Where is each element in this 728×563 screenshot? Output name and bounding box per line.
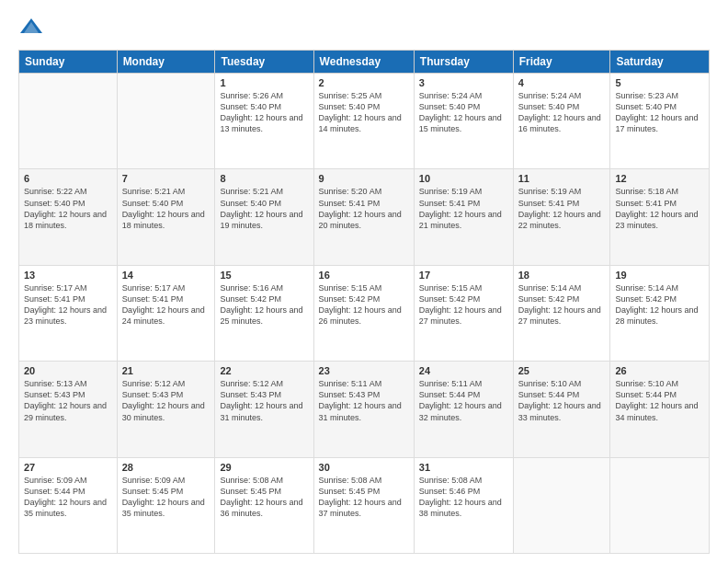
day-info: Sunrise: 5:18 AMSunset: 5:41 PMDaylight:… <box>615 186 704 231</box>
calendar-week-row: 27Sunrise: 5:09 AMSunset: 5:44 PMDayligh… <box>19 457 710 553</box>
calendar-cell: 1Sunrise: 5:26 AMSunset: 5:40 PMDaylight… <box>215 74 313 169</box>
calendar-cell <box>117 74 215 169</box>
day-info: Sunrise: 5:15 AMSunset: 5:42 PMDaylight:… <box>319 282 409 327</box>
day-info: Sunrise: 5:25 AMSunset: 5:40 PMDaylight:… <box>319 90 409 135</box>
weekday-header-monday: Monday <box>117 51 215 74</box>
calendar-cell <box>19 74 118 169</box>
day-number: 3 <box>419 77 508 88</box>
calendar-cell: 9Sunrise: 5:20 AMSunset: 5:41 PMDaylight… <box>313 169 414 265</box>
day-number: 1 <box>220 77 308 88</box>
day-number: 12 <box>615 173 704 184</box>
day-number: 17 <box>419 270 508 281</box>
calendar-cell: 21Sunrise: 5:12 AMSunset: 5:43 PMDayligh… <box>117 362 215 457</box>
calendar-cell: 2Sunrise: 5:25 AMSunset: 5:40 PMDaylight… <box>313 74 414 169</box>
day-info: Sunrise: 5:21 AMSunset: 5:40 PMDaylight:… <box>220 186 308 231</box>
calendar-cell: 18Sunrise: 5:14 AMSunset: 5:42 PMDayligh… <box>513 265 610 361</box>
day-number: 6 <box>24 173 112 184</box>
logo-icon <box>18 15 44 40</box>
calendar-table: SundayMondayTuesdayWednesdayThursdayFrid… <box>18 50 710 554</box>
day-info: Sunrise: 5:23 AMSunset: 5:40 PMDaylight:… <box>615 90 704 135</box>
day-info: Sunrise: 5:15 AMSunset: 5:42 PMDaylight:… <box>419 282 508 327</box>
calendar-week-row: 13Sunrise: 5:17 AMSunset: 5:41 PMDayligh… <box>19 265 710 361</box>
day-info: Sunrise: 5:22 AMSunset: 5:40 PMDaylight:… <box>24 186 112 231</box>
day-info: Sunrise: 5:13 AMSunset: 5:43 PMDaylight:… <box>24 378 112 423</box>
day-info: Sunrise: 5:12 AMSunset: 5:43 PMDaylight:… <box>122 378 210 423</box>
calendar-cell: 31Sunrise: 5:08 AMSunset: 5:46 PMDayligh… <box>414 457 513 553</box>
day-number: 29 <box>220 462 308 473</box>
day-info: Sunrise: 5:19 AMSunset: 5:41 PMDaylight:… <box>419 186 508 231</box>
weekday-header-sunday: Sunday <box>19 51 118 74</box>
day-number: 18 <box>518 270 606 281</box>
day-number: 15 <box>220 270 308 281</box>
calendar-week-row: 20Sunrise: 5:13 AMSunset: 5:43 PMDayligh… <box>19 362 710 457</box>
calendar-week-row: 6Sunrise: 5:22 AMSunset: 5:40 PMDaylight… <box>19 169 710 265</box>
day-number: 4 <box>518 77 606 88</box>
calendar-cell: 23Sunrise: 5:11 AMSunset: 5:43 PMDayligh… <box>313 362 414 457</box>
day-number: 22 <box>220 365 308 376</box>
page: SundayMondayTuesdayWednesdayThursdayFrid… <box>0 0 728 563</box>
day-info: Sunrise: 5:10 AMSunset: 5:44 PMDaylight:… <box>518 378 606 423</box>
day-info: Sunrise: 5:14 AMSunset: 5:42 PMDaylight:… <box>518 282 606 327</box>
day-number: 26 <box>615 365 704 376</box>
day-number: 13 <box>24 270 112 281</box>
calendar-cell: 10Sunrise: 5:19 AMSunset: 5:41 PMDayligh… <box>414 169 513 265</box>
day-number: 5 <box>615 77 704 88</box>
calendar-cell: 12Sunrise: 5:18 AMSunset: 5:41 PMDayligh… <box>610 169 710 265</box>
day-info: Sunrise: 5:09 AMSunset: 5:44 PMDaylight:… <box>24 475 112 520</box>
day-info: Sunrise: 5:17 AMSunset: 5:41 PMDaylight:… <box>122 282 210 327</box>
calendar-cell: 25Sunrise: 5:10 AMSunset: 5:44 PMDayligh… <box>513 362 610 457</box>
day-number: 31 <box>419 462 508 473</box>
weekday-header-thursday: Thursday <box>414 51 513 74</box>
calendar-cell: 24Sunrise: 5:11 AMSunset: 5:44 PMDayligh… <box>414 362 513 457</box>
day-info: Sunrise: 5:09 AMSunset: 5:45 PMDaylight:… <box>122 475 210 520</box>
day-info: Sunrise: 5:11 AMSunset: 5:43 PMDaylight:… <box>319 378 409 423</box>
day-number: 2 <box>319 77 409 88</box>
calendar-cell: 8Sunrise: 5:21 AMSunset: 5:40 PMDaylight… <box>215 169 313 265</box>
calendar-cell: 7Sunrise: 5:21 AMSunset: 5:40 PMDaylight… <box>117 169 215 265</box>
day-number: 21 <box>122 365 210 376</box>
day-number: 14 <box>122 270 210 281</box>
day-number: 7 <box>122 173 210 184</box>
day-number: 11 <box>518 173 606 184</box>
calendar-cell: 27Sunrise: 5:09 AMSunset: 5:44 PMDayligh… <box>19 457 118 553</box>
weekday-header-friday: Friday <box>513 51 610 74</box>
day-info: Sunrise: 5:14 AMSunset: 5:42 PMDaylight:… <box>615 282 704 327</box>
calendar-cell: 28Sunrise: 5:09 AMSunset: 5:45 PMDayligh… <box>117 457 215 553</box>
day-number: 24 <box>419 365 508 376</box>
day-info: Sunrise: 5:26 AMSunset: 5:40 PMDaylight:… <box>220 90 308 135</box>
day-number: 9 <box>319 173 409 184</box>
calendar-cell <box>610 457 710 553</box>
day-info: Sunrise: 5:20 AMSunset: 5:41 PMDaylight:… <box>319 186 409 231</box>
day-info: Sunrise: 5:24 AMSunset: 5:40 PMDaylight:… <box>518 90 606 135</box>
day-number: 23 <box>319 365 409 376</box>
calendar-cell: 6Sunrise: 5:22 AMSunset: 5:40 PMDaylight… <box>19 169 118 265</box>
day-info: Sunrise: 5:08 AMSunset: 5:46 PMDaylight:… <box>419 475 508 520</box>
calendar-cell: 30Sunrise: 5:08 AMSunset: 5:45 PMDayligh… <box>313 457 414 553</box>
day-info: Sunrise: 5:16 AMSunset: 5:42 PMDaylight:… <box>220 282 308 327</box>
day-info: Sunrise: 5:10 AMSunset: 5:44 PMDaylight:… <box>615 378 704 423</box>
calendar-week-row: 1Sunrise: 5:26 AMSunset: 5:40 PMDaylight… <box>19 74 710 169</box>
calendar-cell: 17Sunrise: 5:15 AMSunset: 5:42 PMDayligh… <box>414 265 513 361</box>
day-number: 8 <box>220 173 308 184</box>
day-info: Sunrise: 5:24 AMSunset: 5:40 PMDaylight:… <box>419 90 508 135</box>
day-info: Sunrise: 5:19 AMSunset: 5:41 PMDaylight:… <box>518 186 606 231</box>
calendar-cell: 14Sunrise: 5:17 AMSunset: 5:41 PMDayligh… <box>117 265 215 361</box>
day-number: 27 <box>24 462 112 473</box>
calendar-cell: 11Sunrise: 5:19 AMSunset: 5:41 PMDayligh… <box>513 169 610 265</box>
header <box>18 15 710 40</box>
calendar-cell: 20Sunrise: 5:13 AMSunset: 5:43 PMDayligh… <box>19 362 118 457</box>
day-info: Sunrise: 5:21 AMSunset: 5:40 PMDaylight:… <box>122 186 210 231</box>
calendar-cell: 22Sunrise: 5:12 AMSunset: 5:43 PMDayligh… <box>215 362 313 457</box>
calendar-cell: 15Sunrise: 5:16 AMSunset: 5:42 PMDayligh… <box>215 265 313 361</box>
calendar-cell: 5Sunrise: 5:23 AMSunset: 5:40 PMDaylight… <box>610 74 710 169</box>
day-number: 30 <box>319 462 409 473</box>
calendar-cell: 3Sunrise: 5:24 AMSunset: 5:40 PMDaylight… <box>414 74 513 169</box>
day-number: 10 <box>419 173 508 184</box>
calendar-header-row: SundayMondayTuesdayWednesdayThursdayFrid… <box>19 51 710 74</box>
day-info: Sunrise: 5:12 AMSunset: 5:43 PMDaylight:… <box>220 378 308 423</box>
calendar-cell: 26Sunrise: 5:10 AMSunset: 5:44 PMDayligh… <box>610 362 710 457</box>
calendar-cell: 13Sunrise: 5:17 AMSunset: 5:41 PMDayligh… <box>19 265 118 361</box>
calendar-cell: 4Sunrise: 5:24 AMSunset: 5:40 PMDaylight… <box>513 74 610 169</box>
calendar-cell <box>513 457 610 553</box>
day-info: Sunrise: 5:08 AMSunset: 5:45 PMDaylight:… <box>319 475 409 520</box>
